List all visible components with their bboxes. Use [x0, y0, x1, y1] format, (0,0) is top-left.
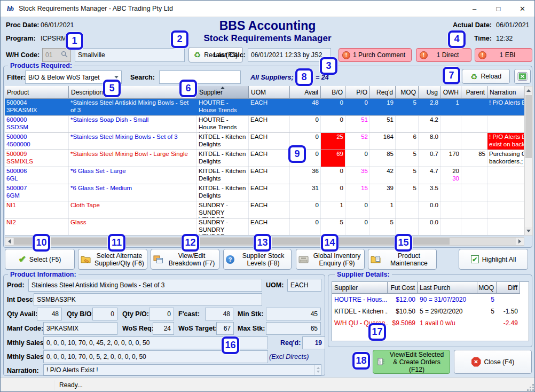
view-edit-create-orders-button[interactable]: View/Edit Selected & Create Orders (F12) — [373, 350, 450, 374]
column-header-supplier[interactable]: Supplier — [197, 86, 249, 99]
column-header-moq[interactable]: MOQ — [396, 86, 419, 99]
scroll-down-icon[interactable] — [525, 227, 532, 235]
column-header-label: Description — [71, 89, 103, 96]
horizontal-scroll-thumb[interactable] — [14, 238, 450, 245]
annotation-badge-13: 13 — [254, 234, 271, 252]
column-header-uom[interactable]: UOM — [249, 86, 290, 99]
table-row-4[interactable]: 500009SSMIXLS*Stainless Steel Mixing Bow… — [5, 150, 524, 167]
scroll-right-icon[interactable] — [516, 238, 524, 245]
table-row-3[interactable]: 5000004500000*Stainless Steel Mixing Bow… — [5, 133, 524, 150]
supplier-cell-fut_cost: $12.00 — [388, 296, 418, 303]
magnifier-icon[interactable] — [61, 51, 68, 59]
table-row-1[interactable]: 5000043PKASMIX*Stainless Steel Antiskid … — [5, 99, 524, 116]
maximize-button[interactable]: □ — [486, 1, 510, 17]
supplier-row-2[interactable]: KITDEL - Kitchen ...$10.505 = 29/02/2020… — [332, 305, 529, 317]
toolbar-button-select-alternate-supplier-qty-f6[interactable]: Select Alternate Supplier/Qty (F6) — [78, 249, 147, 270]
products-table: ProductDescriptionSupplierUOMAvailB/OP/O… — [5, 86, 524, 236]
toolbar-button-global-inventory-enquiry-f9[interactable]: Global Inventory Enquiry (F9) — [296, 249, 365, 270]
toolbar-button-product-maintenance[interactable]: Product Maintenance — [368, 249, 437, 270]
windows-icon — [153, 255, 163, 264]
cell-parent — [461, 201, 487, 218]
cell-owh — [440, 133, 461, 150]
annotation-badge-16: 16 — [222, 336, 239, 354]
narration-field[interactable]: ! P/O Alerts Exist ! — [43, 364, 321, 375]
scroll-spinner-icon[interactable] — [314, 365, 320, 375]
cell-uom: EACH — [249, 133, 290, 150]
scroll-left-icon[interactable] — [5, 238, 13, 245]
supplier-column-header-moq[interactable]: MOQ — [477, 282, 497, 294]
cell-reqd: 42 — [370, 167, 396, 184]
wh-name-field[interactable]: Smallville — [75, 48, 185, 62]
cell-narration: ! P/O Alerts Exexist on backo — [487, 133, 524, 150]
column-header-usg[interactable]: Usg — [419, 86, 440, 99]
table-vertical-scrollbar[interactable] — [524, 86, 533, 236]
column-header-narration[interactable]: Narration — [487, 86, 524, 99]
column-header-product[interactable]: Product — [5, 86, 69, 99]
table-row-7[interactable]: NI1Cloth TapeSUNDRY - SUNDRY VENDOREACH0… — [5, 201, 524, 218]
int-desc-field: SSMBAS3PK — [34, 293, 262, 306]
column-header-owh[interactable]: OWH — [440, 86, 461, 99]
status-bar: Ready... — [1, 378, 535, 392]
column-header-parent[interactable]: Parent — [461, 86, 487, 99]
alert-button-3[interactable]: !1 EBI — [475, 48, 532, 62]
supplier-cell-last_purch: 90 = 31/07/2020 — [418, 296, 477, 303]
supplier-column-header-diff[interactable]: Diff — [497, 282, 520, 294]
table-row-5[interactable]: 5000066GL*6 Glass Set - LargeKITDEL - Ki… — [5, 167, 524, 184]
resize-grip-icon[interactable] — [528, 385, 534, 391]
supplier-column-header-fut_cost[interactable]: Fut Cost — [388, 282, 418, 294]
close-f4-button[interactable]: ✕ Close (F4) — [454, 350, 532, 374]
column-header-desc[interactable]: Description — [69, 86, 197, 99]
window-controls: – □ ✕ — [462, 1, 534, 17]
minimize-button[interactable]: – — [462, 1, 486, 17]
cell-po: 35 — [345, 167, 370, 184]
sort-ascending-icon — [221, 87, 225, 89]
column-header-po[interactable]: P/O — [345, 86, 370, 99]
search-input[interactable] — [159, 70, 241, 84]
cell-uom: EACH — [249, 201, 290, 218]
highlight-all-button[interactable]: ✔ Highlight All — [459, 249, 528, 270]
table-row-8[interactable]: NI2GlassSUNDRY - SUNDRY VENDOREACH05050.… — [5, 218, 524, 236]
toolbar-button-select-f5[interactable]: ✔Select (F5) — [5, 249, 75, 270]
cell-supplier: HOUTRE - House Trends Ltd — [197, 99, 249, 115]
supplier-column-header-supplier[interactable]: Supplier — [332, 282, 388, 294]
cell-desc: *Stainless Steel Mixing Bowl - Large Sin… — [69, 150, 197, 167]
vertical-scroll-thumb[interactable] — [525, 95, 532, 158]
cell-narration — [487, 184, 524, 201]
export-excel-button[interactable] — [514, 69, 531, 84]
supplier-row-1[interactable]: HOUTRE - Hous...$12.0090 = 31/07/20205 — [332, 294, 529, 305]
column-header-label: B/O — [332, 89, 343, 96]
column-header-reqd[interactable]: Req'd — [370, 86, 396, 99]
cell-usg: 0.7 — [419, 150, 440, 167]
table-row-6[interactable]: 5000076GM*6 Glass Set - MediumKITDEL - K… — [5, 184, 524, 201]
close-button[interactable]: ✕ — [510, 1, 534, 17]
cell-bo: 0 — [321, 184, 345, 201]
cell-desc: Cloth Tape — [69, 201, 197, 218]
column-header-bo[interactable]: B/O — [321, 86, 345, 99]
supplier-row-3[interactable]: W/H QU - Quaran...$9.50691 avail 0 w/u-2… — [332, 317, 529, 329]
mthly-sales-label-2: Mthly Sales: — [7, 353, 46, 360]
product-information-label: Product Information: — [8, 271, 78, 278]
supplier-table-header: SupplierFut CostLast PurchMOQDiff — [332, 282, 529, 294]
cell-reqd: 19 — [370, 99, 396, 115]
wos-req-label: WoS Req: — [122, 325, 154, 332]
cell-usg: 0.0 — [419, 218, 440, 235]
column-header-avail[interactable]: Avail — [290, 86, 321, 99]
supplier-cell-moq: 5 — [477, 296, 497, 303]
cell-desc: Glass — [69, 218, 197, 235]
chevron-down-icon — [114, 76, 119, 79]
excl-directs-note: (Excl Directs) — [269, 353, 309, 360]
table-row-2[interactable]: 600000SSDSM*Stainless Soap Dish - SmallH… — [5, 116, 524, 133]
wh-code-field[interactable]: 01 — [42, 48, 71, 62]
cell-parent — [461, 116, 487, 132]
toolbar-button-label: Select (F5) — [29, 256, 61, 263]
supplier-column-header-last_purch[interactable]: Last Purch — [418, 282, 477, 294]
orders-form-icon — [377, 358, 385, 366]
toolbar-button-supplier-stock-levels-f8[interactable]: ?Supplier Stock Levels (F8) — [223, 249, 292, 270]
alert-button-2[interactable]: !1 Direct — [416, 48, 471, 62]
cell-reqd: 5 — [370, 218, 396, 235]
column-header-label: Supplier — [199, 89, 223, 96]
scroll-up-icon[interactable] — [525, 87, 532, 95]
toolbar-button-view-edit-breakdown-f7[interactable]: View/Edit Breakdown (F7) — [151, 249, 219, 270]
reload-button[interactable]: ♻ Reload — [462, 69, 510, 84]
alert-button-1[interactable]: !1 Purch Comment — [339, 48, 412, 62]
